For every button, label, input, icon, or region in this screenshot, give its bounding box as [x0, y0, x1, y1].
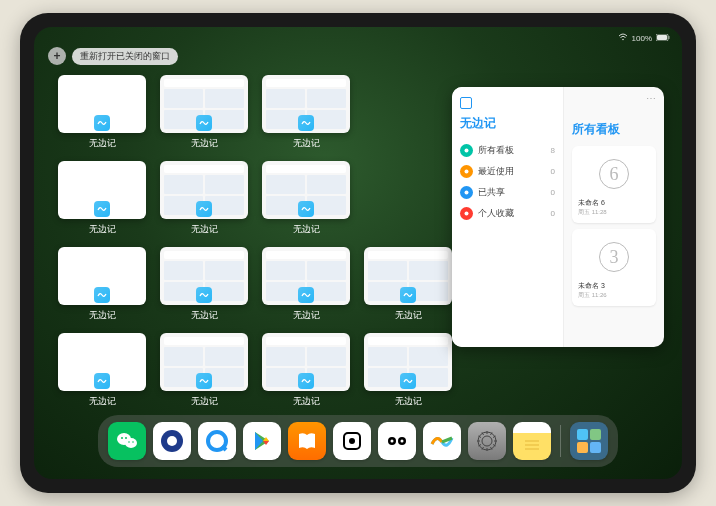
window-thumbnail[interactable] [58, 333, 146, 391]
sidebar-item-count: 0 [551, 167, 555, 176]
window-card[interactable]: 无边记 [160, 75, 248, 153]
top-controls: + 重新打开已关闭的窗口 [48, 47, 178, 65]
new-window-button[interactable]: + [48, 47, 66, 65]
svg-rect-3 [669, 36, 670, 39]
window-label: 无边记 [89, 223, 116, 236]
window-label: 无边记 [191, 395, 218, 408]
window-label: 无边记 [191, 223, 218, 236]
freeform-app-icon [94, 115, 110, 131]
window-thumbnail[interactable] [58, 247, 146, 305]
freeform-app-icon [400, 287, 416, 303]
dock-app-connect[interactable] [378, 422, 416, 460]
window-card[interactable]: 无边记 [58, 247, 146, 325]
window-label: 无边记 [293, 395, 320, 408]
window-thumbnail[interactable] [160, 247, 248, 305]
window-card[interactable]: 无边记 [58, 333, 146, 411]
app-switcher-grid: 无边记无边记无边记无边记无边记无边记无边记无边记无边记无边记无边记无边记无边记无… [58, 75, 452, 411]
window-label: 无边记 [395, 309, 422, 322]
svg-point-24 [482, 436, 492, 446]
freeform-app-icon [196, 201, 212, 217]
svg-point-12 [128, 441, 130, 443]
dock-app-browser-q[interactable] [198, 422, 236, 460]
window-card[interactable]: 无边记 [364, 333, 452, 411]
sidebar-item[interactable]: 个人收藏0 [460, 203, 555, 224]
dock-app-freeform[interactable] [423, 422, 461, 460]
window-thumbnail[interactable] [262, 247, 350, 305]
freeform-sidebar-window[interactable]: ⋯ 无边记 所有看板8最近使用0已共享0个人收藏0 所有看板 6未命名 6周五 … [452, 87, 664, 347]
freeform-app-icon [196, 115, 212, 131]
svg-point-0 [622, 39, 624, 41]
svg-point-9 [125, 438, 137, 448]
dock-app-settings[interactable] [468, 422, 506, 460]
svg-point-11 [125, 437, 127, 439]
sidebar-toggle-icon[interactable] [460, 97, 472, 109]
board-name: 未命名 3 [578, 281, 650, 291]
window-card[interactable]: 无边记 [262, 247, 350, 325]
window-thumbnail[interactable] [160, 333, 248, 391]
sidebar-item-icon [460, 144, 473, 157]
window-thumbnail[interactable] [262, 333, 350, 391]
dock-app-wechat[interactable] [108, 422, 146, 460]
window-card[interactable]: 无边记 [262, 161, 350, 239]
wifi-icon [618, 33, 628, 43]
dock-app-dice[interactable] [333, 422, 371, 460]
dock-app-books[interactable] [288, 422, 326, 460]
svg-point-18 [349, 438, 355, 444]
dock-app-play-store[interactable] [243, 422, 281, 460]
svg-point-10 [121, 437, 123, 439]
window-card[interactable]: 无边记 [262, 333, 350, 411]
dock-app-notes[interactable] [513, 422, 551, 460]
svg-point-7 [465, 212, 469, 216]
more-icon[interactable]: ⋯ [646, 93, 656, 104]
board-card[interactable]: 3未命名 3周五 11:26 [572, 229, 656, 306]
sidebar-item-count: 0 [551, 188, 555, 197]
window-label: 无边记 [89, 309, 116, 322]
sidebar-item[interactable]: 最近使用0 [460, 161, 555, 182]
sidebar-item-label: 个人收藏 [478, 207, 514, 220]
sidebar-item-count: 8 [551, 146, 555, 155]
dock-recent-apps[interactable] [570, 422, 608, 460]
window-thumbnail[interactable] [58, 75, 146, 133]
boards-title: 所有看板 [572, 121, 656, 138]
window-thumbnail[interactable] [262, 161, 350, 219]
sidebar-item[interactable]: 已共享0 [460, 182, 555, 203]
svg-point-5 [465, 170, 469, 174]
window-card[interactable]: 无边记 [364, 247, 452, 325]
window-thumbnail[interactable] [160, 161, 248, 219]
sidebar-item[interactable]: 所有看板8 [460, 140, 555, 161]
window-card[interactable]: 无边记 [58, 75, 146, 153]
window-label: 无边记 [395, 395, 422, 408]
svg-point-22 [401, 440, 404, 443]
window-thumbnail[interactable] [364, 333, 452, 391]
window-card[interactable]: 无边记 [262, 75, 350, 153]
window-label: 无边记 [89, 395, 116, 408]
window-card[interactable]: 无边记 [58, 161, 146, 239]
svg-rect-43 [590, 442, 601, 453]
reopen-closed-window-button[interactable]: 重新打开已关闭的窗口 [72, 48, 178, 65]
status-bar: 100% [34, 31, 682, 45]
window-card[interactable]: 无边记 [160, 247, 248, 325]
svg-point-13 [132, 441, 134, 443]
dock-app-tencent-video[interactable] [153, 422, 191, 460]
window-thumbnail[interactable] [58, 161, 146, 219]
window-thumbnail[interactable] [364, 247, 452, 305]
window-card[interactable]: 无边记 [160, 333, 248, 411]
window-thumbnail[interactable] [262, 75, 350, 133]
freeform-app-icon [298, 287, 314, 303]
board-date: 周五 11:28 [578, 208, 650, 217]
window-thumbnail[interactable] [160, 75, 248, 133]
window-label: 无边记 [191, 309, 218, 322]
sidebar-item-label: 所有看板 [478, 144, 514, 157]
window-label: 无边记 [293, 137, 320, 150]
ipad-frame: 100% + 重新打开已关闭的窗口 无边记无边记无边记无边记无边记无边记无边记无… [20, 13, 696, 493]
window-label: 无边记 [293, 309, 320, 322]
ipad-screen: 100% + 重新打开已关闭的窗口 无边记无边记无边记无边记无边记无边记无边记无… [34, 27, 682, 479]
board-card[interactable]: 6未命名 6周五 11:28 [572, 146, 656, 223]
board-thumbnail: 6 [578, 152, 650, 196]
board-name: 未命名 6 [578, 198, 650, 208]
svg-rect-41 [590, 429, 601, 440]
window-card[interactable]: 无边记 [160, 161, 248, 239]
sidebar-left-pane: 无边记 所有看板8最近使用0已共享0个人收藏0 [452, 87, 564, 347]
svg-rect-2 [657, 35, 667, 40]
freeform-app-icon [298, 115, 314, 131]
